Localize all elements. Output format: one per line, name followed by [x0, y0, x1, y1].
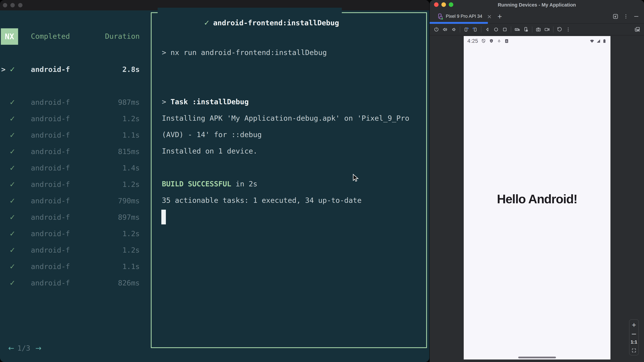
task-duration: 1.2s [122, 242, 140, 258]
column-header-duration: Duration [84, 32, 140, 41]
chevron-right-icon: > [1, 61, 6, 78]
window-close-button[interactable] [3, 3, 7, 7]
next-page-arrow[interactable]: → [36, 344, 42, 353]
fit-to-window-icon[interactable] [631, 348, 636, 353]
task-name: android-f [31, 209, 70, 225]
gesture-pill[interactable] [518, 357, 556, 358]
task-duration: 897ms [118, 209, 140, 225]
task-name: android-f [31, 94, 70, 110]
rotate-left-icon[interactable] [462, 24, 470, 35]
task-duration: 987ms [118, 94, 140, 110]
check-icon: ✓ [10, 61, 16, 78]
window-zoom-button[interactable] [18, 3, 22, 7]
check-icon: ✓ [10, 275, 16, 291]
hide-panel-button[interactable] [633, 13, 639, 19]
wifi-icon [589, 38, 595, 44]
task-duration: 1.4s [122, 160, 140, 176]
zoom-controls: + − 1:1 [629, 319, 639, 356]
device-panel-content: 4:25 [430, 36, 644, 362]
device-screen[interactable]: 4:25 [464, 36, 610, 360]
task-duration: 815ms [118, 143, 140, 160]
output-line-installed: Installed on 1 device. [162, 143, 258, 159]
check-icon: ✓ [10, 127, 16, 143]
task-name: android-f [31, 258, 70, 275]
check-icon: ✓ [10, 209, 16, 225]
task-output-panel: ✓android-frontend:installDebug > nx run … [151, 12, 427, 348]
task-row[interactable]: ✓ android-f 1.2s [0, 225, 147, 242]
tab-close-icon[interactable]: × [487, 13, 492, 20]
layout-inspector-icon[interactable] [634, 26, 644, 32]
device-settings-icon[interactable] [522, 24, 530, 35]
snapshot-reset-icon[interactable] [555, 24, 564, 35]
task-output-title-text: android-frontend:installDebug [213, 18, 339, 27]
back-button-icon[interactable] [483, 24, 492, 35]
task-row[interactable]: ✓ android-f 1.1s [0, 127, 147, 143]
zoom-out-button[interactable]: − [631, 331, 637, 336]
task-name: android-f [31, 242, 70, 258]
page-indicator: 1/3 [17, 344, 30, 353]
mouse-cursor [352, 174, 360, 183]
camera-snapshot-icon[interactable] [534, 24, 543, 35]
device-phone-icon [437, 13, 444, 19]
output-line-task: > Task :installDebug [162, 93, 249, 110]
new-tab-button[interactable]: + [498, 12, 502, 21]
status-time: 4:25 [468, 38, 478, 44]
task-row-selected[interactable]: > ✓ android-f 2.8s [0, 61, 147, 78]
prev-page-arrow[interactable]: ← [8, 344, 14, 353]
device-tab-bar: Pixel 9 Pro API 34 × + [430, 9, 644, 24]
terminal-window: NX Completed Duration > ✓ android-f 2.8s… [0, 0, 429, 362]
task-name: android-f [31, 61, 70, 78]
task-row[interactable]: ✓ android-f 987ms [0, 94, 147, 110]
power-button-icon[interactable] [432, 24, 441, 35]
wellbeing-icon [497, 39, 502, 43]
nx-logo: NX [1, 28, 18, 45]
task-name: android-f [31, 127, 70, 143]
embed-window-button[interactable] [612, 13, 618, 19]
actual-size-button[interactable]: 1:1 [630, 340, 637, 345]
task-row[interactable]: ✓ android-f 815ms [0, 143, 147, 160]
output-line-build-result: BUILD SUCCESSFUL in 2s [162, 176, 258, 192]
check-icon: ✓ [10, 225, 16, 242]
task-row[interactable]: ✓ android-f 1.4s [0, 160, 147, 176]
volume-up-icon[interactable] [441, 24, 450, 35]
task-duration: 1.2s [122, 225, 140, 242]
more-options-icon[interactable] [564, 24, 572, 35]
task-row[interactable]: ✓ android-f 790ms [0, 193, 147, 209]
task-duration: 790ms [118, 193, 140, 209]
tab-pixel-9-pro[interactable]: Pixel 9 Pro API 34 [446, 14, 482, 19]
rotate-right-icon[interactable] [470, 24, 479, 35]
task-row[interactable]: ✓ android-f 897ms [0, 209, 147, 225]
task-row[interactable]: ✓ android-f 1.2s [0, 242, 147, 258]
overview-button-icon[interactable] [500, 24, 509, 35]
task-duration: 1.1s [122, 127, 140, 143]
running-devices-window: Running Devices - My Application Pixel 9… [430, 0, 644, 362]
task-output-title: ✓android-frontend:installDebug [158, 8, 342, 18]
task-name: android-f [31, 275, 70, 291]
volume-down-icon[interactable] [450, 24, 458, 35]
task-name: android-f [31, 143, 70, 160]
output-line-command: > nx run android-frontend:installDebug [162, 44, 327, 61]
task-duration: 1.2s [122, 110, 140, 127]
task-row[interactable]: ✓ android-f 826ms [0, 275, 147, 291]
more-options-icon[interactable] [623, 13, 629, 19]
play-protect-icon [489, 38, 494, 43]
active-tab-underline [430, 22, 488, 24]
studio-titlebar[interactable]: Running Devices - My Application [430, 0, 644, 9]
column-header-completed: Completed [31, 32, 70, 41]
check-icon: ✓ [10, 94, 16, 110]
output-line-installing-2: (AVD) - 14' for ::debug [162, 126, 262, 143]
task-row[interactable]: ✓ android-f 1.2s [0, 110, 147, 127]
zoom-in-button[interactable]: + [632, 322, 636, 328]
task-name: android-f [31, 193, 70, 209]
home-button-icon[interactable] [492, 24, 500, 35]
keyboard-input-icon[interactable] [513, 24, 522, 35]
screen-record-icon[interactable] [543, 24, 552, 35]
cellular-signal-icon [596, 38, 601, 43]
task-duration: 1.2s [122, 176, 140, 193]
check-icon: ✓ [204, 18, 210, 27]
window-minimize-button[interactable] [10, 3, 15, 7]
task-row[interactable]: ✓ android-f 1.2s [0, 176, 147, 193]
task-row[interactable]: ✓ android-f 1.1s [0, 258, 147, 275]
check-icon: ✓ [10, 143, 16, 160]
check-icon: ✓ [10, 258, 16, 275]
